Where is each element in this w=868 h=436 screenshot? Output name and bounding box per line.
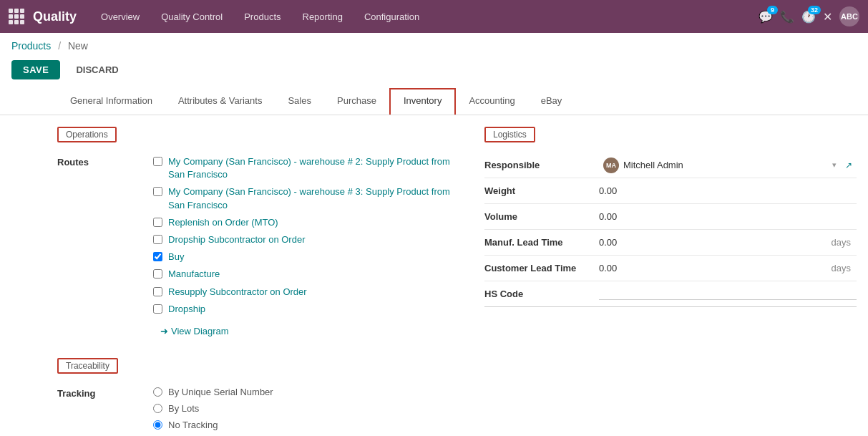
clock-badge: 32: [808, 6, 821, 14]
save-button[interactable]: SAVE: [11, 60, 60, 79]
tab-attributes-variants[interactable]: Attributes & Variants: [165, 88, 275, 115]
list-item[interactable]: My Company (San Francisco) - warehouse #…: [153, 185, 456, 211]
field-row-manuf-lead-time: Manuf. Lead Time days: [484, 230, 857, 256]
field-row-hs-code: HS Code: [484, 281, 857, 307]
route-checkbox-6[interactable]: [153, 269, 162, 278]
volume-input[interactable]: [599, 211, 857, 222]
main-content: Operations Routes My Company (San Franci…: [0, 115, 868, 436]
breadcrumb-current: New: [68, 40, 88, 52]
customer-lead-time-input[interactable]: [599, 263, 832, 273]
nav-reporting[interactable]: Reporting: [294, 7, 351, 26]
route-checkbox-2[interactable]: [153, 187, 162, 196]
operations-row: Routes My Company (San Francisco) - ware…: [57, 155, 456, 336]
tracking-radio-3[interactable]: [153, 420, 162, 430]
logistics-header: Logistics: [484, 127, 535, 142]
route-checkbox-3[interactable]: [153, 218, 162, 227]
messages-icon[interactable]: 💬 9: [759, 10, 773, 24]
topbar-right: 💬 9 📞 🕐 32 ✕ ABC: [759, 6, 859, 26]
tracking-label: Tracking: [57, 387, 129, 430]
route-label-8[interactable]: Dropship: [168, 303, 205, 316]
tab-ebay[interactable]: eBay: [528, 88, 575, 115]
user-avatar[interactable]: ABC: [839, 6, 859, 26]
responsible-label: Responsible: [484, 155, 599, 175]
clock-icon[interactable]: 🕐 32: [801, 10, 816, 24]
responsible-avatar: MA: [603, 158, 619, 173]
route-label-2[interactable]: My Company (San Francisco) - warehouse #…: [168, 185, 456, 211]
route-label-5[interactable]: Buy: [168, 251, 184, 263]
list-item[interactable]: Manufacture: [153, 268, 456, 281]
list-item[interactable]: No Tracking: [153, 420, 273, 430]
tracking-label-2[interactable]: By Lots: [168, 403, 199, 414]
left-section: Operations Routes My Company (San Franci…: [57, 127, 456, 430]
tracking-radio-1[interactable]: [153, 387, 162, 397]
arrow-icon: ➜: [160, 326, 168, 336]
route-label-7[interactable]: Resupply Subcontractor on Order: [168, 286, 307, 299]
hs-code-label: HS Code: [484, 284, 599, 304]
list-item[interactable]: Replenish on Order (MTO): [153, 216, 456, 229]
dropdown-arrow-icon: ▾: [832, 160, 837, 170]
hs-code-input[interactable]: [599, 289, 857, 300]
phone-icon[interactable]: 📞: [780, 10, 794, 24]
top-nav: Quality Overview Quality Control Product…: [0, 0, 868, 33]
tracking-label-3[interactable]: No Tracking: [168, 420, 218, 430]
traceability-row: Tracking By Unique Serial Number By Lots…: [57, 387, 456, 430]
route-checkbox-8[interactable]: [153, 304, 162, 314]
route-checkbox-4[interactable]: [153, 235, 162, 244]
nav-overview[interactable]: Overview: [92, 7, 148, 26]
nav-configuration[interactable]: Configuration: [356, 7, 428, 26]
nav-quality-control[interactable]: Quality Control: [152, 7, 231, 26]
app-name[interactable]: Quality: [33, 9, 77, 24]
field-row-responsible: Responsible MA Mitchell Admin ▾ ↗: [484, 152, 857, 178]
tab-sales[interactable]: Sales: [275, 88, 324, 115]
responsible-value[interactable]: MA Mitchell Admin ▾ ↗: [599, 155, 857, 176]
weight-input[interactable]: [599, 185, 857, 196]
route-label-1[interactable]: My Company (San Francisco) - warehouse #…: [168, 155, 456, 181]
tracking-radio-2[interactable]: [153, 404, 162, 413]
route-checkbox-5[interactable]: [153, 252, 162, 261]
close-icon[interactable]: ✕: [823, 10, 832, 24]
tabs-bar: General Information Attributes & Variant…: [0, 88, 868, 115]
volume-label: Volume: [484, 207, 599, 226]
routes-label: Routes: [57, 155, 129, 336]
list-item[interactable]: Dropship: [153, 303, 456, 316]
manuf-lead-time-label: Manuf. Lead Time: [484, 233, 599, 252]
external-link-icon[interactable]: ↗: [845, 160, 852, 170]
breadcrumb: Products / New: [0, 33, 868, 56]
manuf-lead-time-suffix: days: [832, 237, 857, 248]
tab-general-information[interactable]: General Information: [57, 88, 165, 115]
list-item[interactable]: Dropship Subcontractor on Order: [153, 233, 456, 246]
list-item[interactable]: Buy: [153, 251, 456, 263]
list-item[interactable]: By Unique Serial Number: [153, 387, 273, 397]
route-list: My Company (San Francisco) - warehouse #…: [153, 155, 456, 336]
customer-lead-time-suffix: days: [832, 263, 857, 273]
responsible-name: Mitchell Admin: [623, 160, 828, 170]
customer-lead-time-label: Customer Lead Time: [484, 258, 599, 278]
manuf-lead-time-input[interactable]: [599, 237, 832, 248]
route-label-3[interactable]: Replenish on Order (MTO): [168, 216, 278, 229]
traceability-section: Traceability Tracking By Unique Serial N…: [57, 358, 456, 430]
discard-button[interactable]: DISCARD: [66, 60, 128, 79]
tracking-label-1[interactable]: By Unique Serial Number: [168, 387, 273, 397]
list-item[interactable]: My Company (San Francisco) - warehouse #…: [153, 155, 456, 181]
list-item[interactable]: Resupply Subcontractor on Order: [153, 286, 456, 299]
breadcrumb-parent[interactable]: Products: [11, 40, 51, 52]
tab-purchase[interactable]: Purchase: [324, 88, 389, 115]
view-diagram-link[interactable]: ➜ View Diagram: [160, 326, 456, 336]
operations-header: Operations: [57, 127, 117, 142]
app-grid-icon[interactable]: [9, 9, 24, 24]
action-bar: SAVE DISCARD: [0, 56, 868, 88]
route-checkbox-7[interactable]: [153, 287, 162, 296]
list-item[interactable]: By Lots: [153, 403, 273, 414]
view-diagram-label[interactable]: View Diagram: [171, 326, 229, 336]
tracking-list: By Unique Serial Number By Lots No Track…: [153, 387, 273, 430]
tab-inventory[interactable]: Inventory: [389, 88, 456, 115]
field-row-customer-lead-time: Customer Lead Time days: [484, 256, 857, 281]
route-label-4[interactable]: Dropship Subcontractor on Order: [168, 233, 305, 246]
route-label-6[interactable]: Manufacture: [168, 268, 220, 281]
route-checkbox-1[interactable]: [153, 157, 162, 166]
logistics-fields: Responsible MA Mitchell Admin ▾ ↗ Weight…: [484, 152, 857, 307]
field-row-volume: Volume: [484, 204, 857, 230]
nav-products[interactable]: Products: [235, 7, 289, 26]
field-row-weight: Weight: [484, 178, 857, 204]
tab-accounting[interactable]: Accounting: [456, 88, 527, 115]
